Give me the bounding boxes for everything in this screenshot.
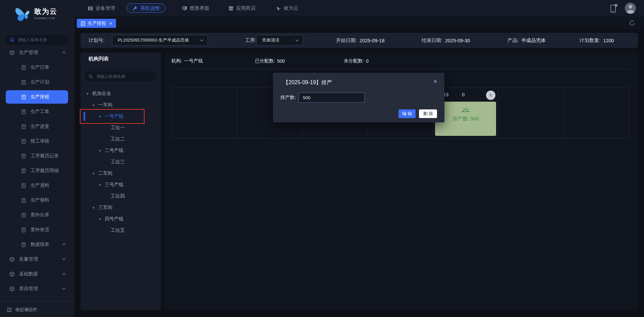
org-tree-node[interactable]: ▾ 工位五	[80, 225, 161, 236]
plan-no-select[interactable]: PL20250917000002-生产半成品壳体	[112, 35, 208, 46]
sidebar-menu-item[interactable]: 生产计划	[0, 75, 74, 90]
tab-production-scheduling[interactable]: 生产排程 ×	[77, 19, 116, 28]
org-tree-node[interactable]: ▾ 二号产线	[80, 145, 161, 156]
menu-search[interactable]	[6, 35, 69, 45]
caret-down-icon: ▾	[87, 92, 90, 96]
sidebar-menu-item[interactable]: 质量管理	[0, 252, 74, 267]
menu-item-label: 生产退料	[31, 182, 49, 189]
nav-label: 敢为云	[284, 5, 299, 11]
sidebar-menu-item[interactable]: 委外出库	[0, 208, 74, 222]
app-window: 敢为云 GANWEIYUN 生产管	[0, 0, 644, 317]
menu-item-label: 生产管理	[19, 50, 38, 56]
nav-item-app-store[interactable]: 应用商店	[228, 0, 256, 16]
sidebar-menu-item[interactable]: 委外收货	[0, 222, 74, 237]
nav-item-graphic-ui[interactable]: 图形界面	[182, 0, 209, 16]
close-icon[interactable]: ×	[433, 78, 437, 85]
tab-label: 生产排程	[88, 20, 106, 27]
org-tree-node-label: 机加企业	[92, 91, 111, 97]
nav-item-system-ops[interactable]: 系统运维	[126, 3, 166, 13]
doc-icon	[21, 124, 26, 129]
sidebar-menu-item[interactable]: 生产订单	[0, 60, 74, 75]
nav-label: 系统运维	[140, 5, 160, 11]
sidebar-menu-item[interactable]: 工序履历记录	[0, 149, 74, 163]
org-tree-node[interactable]: ▾ 工位四	[80, 191, 161, 202]
org-tree-node[interactable]: ▾ 工位二	[80, 134, 161, 145]
sidebar-menu-item[interactable]: 生产进度	[0, 119, 74, 134]
schedule-qty-input[interactable]	[299, 93, 365, 103]
org-tree-node[interactable]: ▾ 工位一	[80, 122, 161, 134]
menu-search-input[interactable]	[17, 37, 65, 43]
end-date-value: 2025-09-30	[445, 38, 470, 43]
assigned-label: 已分配数:	[255, 58, 275, 64]
menu-item-label: 报工审核	[31, 138, 49, 144]
cube-icon	[9, 271, 15, 277]
sidebar-menu-item[interactable]: 数据报表	[0, 237, 74, 252]
wrench-icon	[132, 6, 138, 11]
sidebar-menu-item[interactable]: 生产管理	[0, 45, 74, 60]
org-tree-node[interactable]: ▾ 三车间	[80, 202, 161, 213]
org-tree-node-label: 三车间	[98, 205, 112, 211]
schedule-modal: 【2025-09-19】排产 × 排产数: 编 辑 删 除	[273, 73, 444, 122]
org-tree-node[interactable]: ▾ 四号产线	[80, 213, 161, 225]
end-date: 结束日期: 2025-09-30	[422, 33, 470, 48]
collapse-label: 收起侧边栏	[15, 307, 37, 313]
org-tree-node[interactable]: ▾ 机加企业	[80, 88, 161, 99]
org-search-input[interactable]	[96, 74, 153, 79]
sidebar-menu-item[interactable]: 工序履历明细	[0, 163, 74, 178]
start-date: 开始日期: 2025-09-18	[336, 33, 384, 48]
menu-item-label: 生产进度	[31, 123, 49, 129]
caret-down-icon: ▾	[93, 171, 96, 176]
menu-item-label: 生产工单	[31, 109, 49, 115]
org-tree-node[interactable]: ▾ 三号产线	[80, 179, 161, 191]
sidebar-menu-item[interactable]: 基础数据	[0, 267, 74, 281]
org-tree-node[interactable]: ▾ 二车间	[80, 168, 161, 179]
doc-icon	[21, 168, 26, 173]
tab-bar: 生产排程 ×	[74, 16, 644, 30]
nav-item-device-management[interactable]: 设备管理	[88, 0, 115, 16]
sidebar-menu-item[interactable]: 生产领料	[0, 193, 74, 208]
edit-button[interactable]: 编 辑	[398, 109, 416, 118]
store-icon	[228, 6, 233, 11]
chevron-down-icon	[62, 243, 66, 246]
chevron-down-icon	[200, 39, 204, 42]
brand-subtitle: GANWEIYUN	[34, 17, 57, 19]
assigned-value: 500	[277, 58, 285, 64]
org-tree-node[interactable]: ▾ 工位三	[80, 156, 161, 168]
doc-icon	[21, 183, 26, 188]
sidebar-menu-item[interactable]: 生产退料	[0, 178, 74, 193]
plan-qty-label: 计划数量:	[580, 37, 600, 44]
user-avatar[interactable]	[625, 3, 636, 14]
nav-label: 设备管理	[96, 5, 115, 11]
top-nav: 设备管理 系统运维 图形界面 应用商店 敢为云	[74, 0, 644, 16]
search-icon	[10, 38, 14, 42]
cube-icon	[9, 286, 15, 292]
org-tree-node-label: 工位四	[111, 193, 125, 199]
collapse-icon	[7, 308, 12, 312]
nav-item-ganweiyun[interactable]: 敢为云	[276, 0, 299, 16]
caret-down-icon: ▾	[93, 206, 96, 210]
sidebar-menu-item[interactable]: 生产排程	[0, 90, 74, 104]
calendar-cell-mon[interactable]	[172, 88, 237, 138]
plan-qty: 计划数量: 1200	[580, 33, 614, 48]
brand-name: 敢为云	[34, 7, 57, 16]
doc-icon	[21, 227, 26, 232]
edit-pencil-badge[interactable]: ✎	[486, 91, 495, 100]
refresh-icon[interactable]	[629, 20, 635, 26]
sidebar-menu-item[interactable]: 库存管理	[0, 281, 74, 296]
org-search[interactable]	[85, 71, 157, 82]
mobile-device-icon[interactable]	[610, 4, 618, 13]
org-value: 一号产线	[184, 58, 203, 64]
calendar-cell-sun[interactable]	[564, 88, 629, 138]
calendar-cell-sat[interactable]	[498, 88, 564, 138]
process-select[interactable]: 壳体清洁	[256, 35, 303, 46]
doc-icon	[21, 95, 26, 100]
org-tree-node[interactable]: ▾ 一号产线	[80, 111, 161, 122]
sidebar-divider	[0, 301, 74, 302]
header-divider	[171, 69, 631, 69]
sidebar-menu-item[interactable]: 生产工单	[0, 104, 74, 119]
sidebar-menu-item[interactable]: 报工审核	[0, 134, 74, 149]
tab-close-icon[interactable]: ×	[109, 21, 112, 26]
collapse-sidebar-button[interactable]: 收起侧边栏	[7, 304, 37, 316]
org-tree-node[interactable]: ▾ 一车间	[80, 99, 161, 111]
delete-button[interactable]: 删 除	[419, 109, 437, 118]
